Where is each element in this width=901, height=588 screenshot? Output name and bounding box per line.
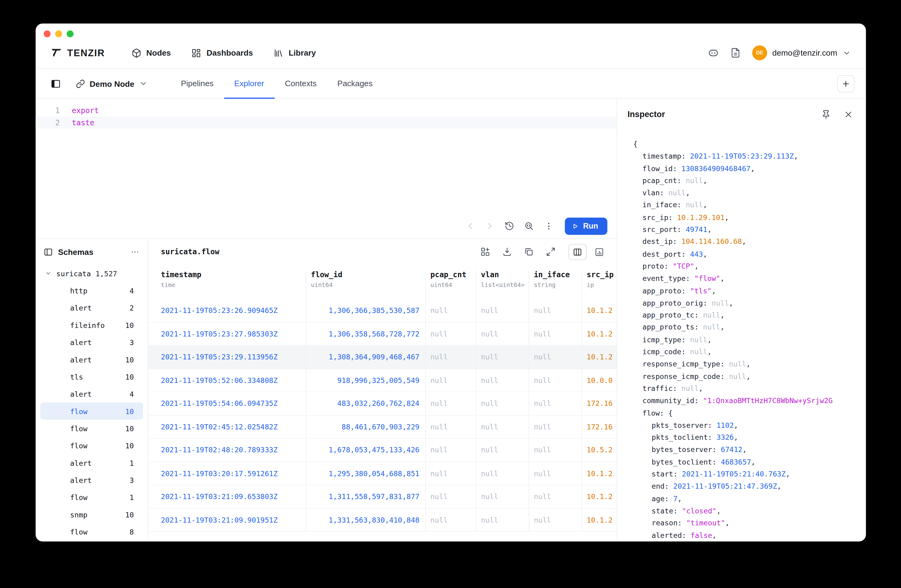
nav-item-nodes[interactable]: Nodes bbox=[131, 48, 171, 58]
minimize-window-button[interactable] bbox=[55, 31, 62, 37]
schema-item-flow[interactable]: flow10 bbox=[41, 437, 143, 454]
schema-item-snmp[interactable]: snmp10 bbox=[41, 506, 143, 523]
json-value: { bbox=[633, 140, 638, 148]
add-to-dashboard-icon[interactable] bbox=[477, 244, 493, 259]
schema-name: snmp bbox=[70, 510, 87, 519]
schema-item-fileinfo[interactable]: fileinfo10 bbox=[41, 316, 143, 333]
json-key: src_ip: bbox=[642, 213, 677, 222]
schema-item-flow[interactable]: flow8 bbox=[41, 523, 143, 540]
code-line[interactable]: 2taste bbox=[36, 117, 616, 128]
schema-item-http[interactable]: http4 bbox=[41, 282, 143, 299]
schema-group-suricata[interactable]: suricata 1,527 bbox=[36, 264, 147, 282]
schema-count: 10 bbox=[125, 320, 134, 329]
table-row[interactable]: 2021-11-19T05:54:06.094735Z483,032,260,7… bbox=[148, 392, 617, 415]
json-key: flow: bbox=[642, 409, 668, 417]
expand-icon[interactable] bbox=[543, 244, 558, 259]
node-selector[interactable]: Demo Node bbox=[76, 79, 147, 88]
more-horizontal-icon[interactable] bbox=[130, 247, 139, 257]
json-comma: , bbox=[746, 360, 751, 368]
cell-in_iface: null bbox=[528, 299, 581, 322]
inspector-line: in_iface: null, bbox=[633, 199, 866, 211]
code-line[interactable]: 1export bbox=[36, 104, 616, 117]
schema-item-alert[interactable]: alert3 bbox=[41, 471, 143, 488]
column-header-timestamp[interactable]: timestamptime bbox=[148, 271, 306, 299]
schema-item-tls[interactable]: tls10 bbox=[41, 368, 143, 385]
nav-item-library[interactable]: Library bbox=[274, 48, 316, 58]
tab-pipelines[interactable]: Pipelines bbox=[171, 69, 224, 99]
table-row[interactable]: 2021-11-19T05:23:26.909465Z1,306,366,385… bbox=[148, 299, 617, 322]
schema-count: 2 bbox=[130, 303, 134, 312]
add-tab-button[interactable] bbox=[837, 75, 854, 92]
table-toolbar bbox=[477, 244, 608, 260]
table-row[interactable]: 2021-11-19T02:48:20.789333Z1,678,053,475… bbox=[148, 439, 617, 462]
json-key: app_proto: bbox=[642, 286, 690, 295]
history-icon[interactable] bbox=[502, 218, 518, 234]
table-row[interactable]: 2021-11-19T05:23:27.985303Z1,306,358,568… bbox=[148, 322, 617, 346]
zoom-window-button[interactable] bbox=[67, 31, 74, 37]
inspector-header: Inspector bbox=[617, 99, 866, 129]
cell-flow_id: 483,032,260,762,824 bbox=[306, 392, 426, 415]
discord-icon[interactable] bbox=[708, 47, 719, 58]
tenzir-logo[interactable]: TENZIR bbox=[50, 47, 105, 59]
back-icon[interactable] bbox=[463, 218, 479, 234]
nav-item-dashboards[interactable]: Dashboards bbox=[192, 48, 253, 58]
table-row[interactable]: 2021-11-19T03:21:09.901951Z1,331,563,830… bbox=[148, 509, 617, 532]
pin-icon[interactable] bbox=[821, 109, 831, 119]
sidebar-toggle-icon[interactable] bbox=[50, 78, 61, 89]
schema-item-flow[interactable]: flow10 bbox=[41, 420, 143, 437]
inspector-line: response_icmp_code: null, bbox=[633, 370, 866, 382]
column-header-flow_id[interactable]: flow_iduint64 bbox=[306, 271, 426, 299]
tab-contexts[interactable]: Contexts bbox=[274, 69, 327, 99]
search-code-icon[interactable] bbox=[521, 218, 537, 234]
table-row[interactable]: 2021-11-19T03:20:17.591261Z1,295,380,054… bbox=[148, 462, 617, 485]
account-menu[interactable]: DE demo@tenzir.com bbox=[752, 45, 851, 60]
column-name: timestamp bbox=[161, 271, 306, 279]
cell-vlan: null bbox=[476, 415, 529, 438]
nav-label: Nodes bbox=[146, 48, 171, 58]
schema-item-alert[interactable]: alert4 bbox=[41, 385, 143, 403]
schema-item-alert[interactable]: alert3 bbox=[41, 334, 143, 351]
pipeline-editor[interactable]: 1export2taste bbox=[36, 99, 616, 214]
panel-icon[interactable] bbox=[44, 247, 53, 257]
close-icon[interactable] bbox=[843, 109, 853, 119]
table-row[interactable]: 2021-11-19T05:23:29.113956Z1,308,364,909… bbox=[148, 346, 617, 369]
download-icon[interactable] bbox=[499, 244, 514, 259]
schema-count: 10 bbox=[125, 407, 134, 415]
json-key: response_icmp_type: bbox=[642, 360, 729, 368]
close-window-button[interactable] bbox=[44, 31, 51, 37]
tab-packages[interactable]: Packages bbox=[327, 69, 383, 99]
table-row[interactable]: 2021-11-19T05:52:06.334808Z918,996,325,0… bbox=[148, 369, 617, 392]
chart-view-icon[interactable] bbox=[590, 244, 609, 260]
inspector-line: response_icmp_type: null, bbox=[633, 358, 866, 370]
cell-src_ip: 10.1.2 bbox=[581, 462, 617, 484]
column-header-pcap_cnt[interactable]: pcap_cntuint64 bbox=[425, 271, 475, 299]
table-view-icon[interactable] bbox=[568, 244, 587, 260]
tab-explorer[interactable]: Explorer bbox=[224, 69, 274, 99]
cell-src_ip: 172.16 bbox=[581, 392, 617, 415]
json-comma: , bbox=[717, 506, 721, 515]
json-key: app_proto_tc: bbox=[642, 311, 703, 319]
column-header-src_ip[interactable]: src_ipip bbox=[581, 271, 617, 299]
forward-icon[interactable] bbox=[482, 218, 498, 234]
schema-item-flow[interactable]: flow10 bbox=[41, 403, 143, 420]
column-name: pcap_cnt bbox=[430, 271, 475, 279]
copy-icon[interactable] bbox=[521, 244, 536, 259]
docs-icon[interactable] bbox=[730, 48, 741, 58]
run-button[interactable]: Run bbox=[564, 217, 607, 235]
json-key: app_proto_ts: bbox=[642, 323, 703, 331]
more-vertical-icon[interactable] bbox=[541, 218, 556, 234]
json-value: "flow" bbox=[694, 274, 720, 283]
schema-item-alert[interactable]: alert1 bbox=[41, 454, 143, 471]
json-value: false bbox=[691, 531, 712, 540]
schema-item-flow[interactable]: flow1 bbox=[41, 489, 143, 506]
cell-vlan: null bbox=[476, 462, 529, 484]
column-header-vlan[interactable]: vlanlist<uint64> bbox=[476, 271, 529, 299]
json-key: end: bbox=[652, 482, 673, 490]
schema-count: 1 bbox=[130, 459, 134, 467]
schema-item-alert[interactable]: alert2 bbox=[41, 299, 143, 316]
table-row[interactable]: 2021-11-19T03:21:09.653803Z1,311,558,597… bbox=[148, 485, 617, 509]
column-header-in_iface[interactable]: in_ifacestring bbox=[528, 271, 581, 299]
json-key: dest_port: bbox=[642, 250, 690, 258]
schema-item-alert[interactable]: alert10 bbox=[41, 351, 143, 368]
table-row[interactable]: 2021-11-19T02:45:12.025482Z88,461,670,90… bbox=[148, 415, 617, 439]
